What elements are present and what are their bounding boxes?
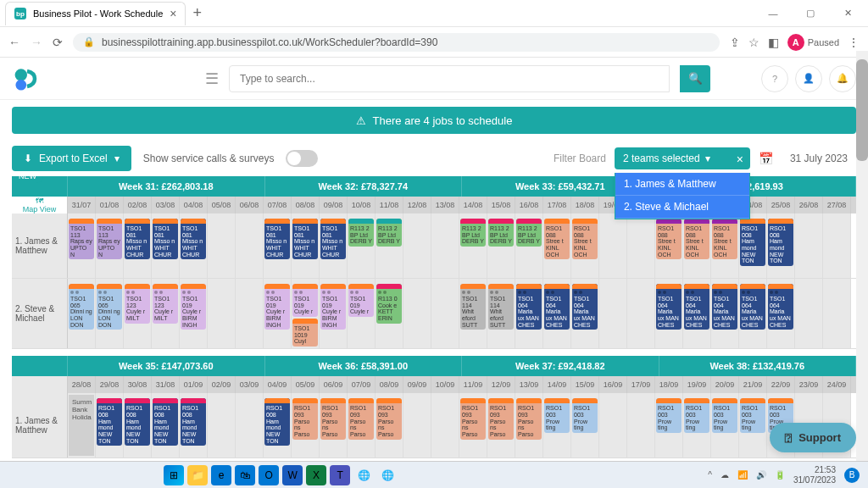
- job-card[interactable]: RSO1 088 Stree t KINL OCH: [656, 219, 682, 259]
- job-card[interactable]: RSO1 003 Prow ting: [544, 398, 570, 433]
- job-card[interactable]: TSO1 081 Misso n WHIT CHUR: [292, 219, 318, 259]
- vertical-scrollbar[interactable]: [856, 51, 868, 461]
- taskbar-teams[interactable]: T: [330, 465, 350, 485]
- job-card[interactable]: R113 2 BP Ltd DERB Y: [488, 219, 514, 247]
- tray-chevron-icon[interactable]: ^: [708, 470, 712, 480]
- close-tab-icon[interactable]: ×: [170, 7, 176, 20]
- profile-paused[interactable]: A Paused: [787, 34, 839, 51]
- job-card[interactable]: TSO1 019 Cuyle r BIRM INGH: [264, 284, 290, 330]
- share-icon[interactable]: ⇪: [730, 36, 740, 49]
- job-card[interactable]: RSO1 088 Stree t KINL OCH: [712, 219, 737, 259]
- job-card[interactable]: TSO1 065 Dinni ng LON DON: [97, 284, 122, 330]
- job-card[interactable]: TSO1 019 Cuyle r: [292, 284, 318, 317]
- job-card[interactable]: TSO1 123 Cuyle r MILT: [153, 284, 178, 324]
- job-card[interactable]: RSO1 008 Ham mond NEW TON: [125, 398, 150, 446]
- job-card[interactable]: TSO1 081 Misso n WHIT CHUR: [125, 219, 150, 259]
- job-card[interactable]: RSO1 008 Ham mond NEW TON: [740, 219, 765, 266]
- job-card[interactable]: TSO1 064 Maria ux MAN CHES: [768, 284, 793, 330]
- taskbar-explorer[interactable]: 📁: [187, 465, 208, 485]
- taskbar-store[interactable]: 🛍: [235, 465, 255, 485]
- job-card[interactable]: TSO1 081 Misso n WHIT CHUR: [264, 219, 290, 259]
- job-card[interactable]: RSO1 093 Parso ns Parso: [376, 398, 402, 439]
- app-logo[interactable]: [12, 64, 42, 94]
- new-tab-button[interactable]: +: [192, 4, 202, 22]
- forward-icon[interactable]: →: [31, 36, 42, 49]
- tray-battery-icon[interactable]: 🔋: [775, 470, 785, 480]
- job-card[interactable]: RSO1 093 Parso ns Parso: [348, 398, 374, 439]
- search-button[interactable]: 🔍: [680, 65, 710, 92]
- browser-tab[interactable]: bp Business Pilot - Work Schedule ×: [5, 2, 186, 25]
- team-filter-dropdown[interactable]: 2 teams selected ▾: [615, 147, 750, 169]
- close-window-icon[interactable]: ✕: [831, 2, 865, 25]
- help-icon[interactable]: ?: [761, 65, 788, 92]
- job-card[interactable]: TSO1 064 Maria ux MAN CHES: [740, 284, 765, 330]
- dropdown-item-team1[interactable]: 1. James & Matthew: [615, 173, 749, 196]
- job-card[interactable]: R113 2 BP Ltd DERB Y: [516, 219, 542, 247]
- job-card[interactable]: TSO1 064 Maria ux MAN CHES: [516, 284, 542, 330]
- job-card[interactable]: RSO1 088 Stree t KINL OCH: [684, 219, 709, 259]
- job-card[interactable]: TSO1 1019 Cuyl: [292, 319, 318, 347]
- scroll-thumb[interactable]: [856, 59, 868, 161]
- job-card[interactable]: RSO1 088 Stree t KINL OCH: [544, 219, 570, 259]
- job-card[interactable]: RSO1 003 Prow ting: [740, 398, 765, 433]
- job-card[interactable]: R113 2 BP Ltd DERB Y: [348, 219, 374, 247]
- job-card[interactable]: RSO1 088 Stree t KINL OCH: [572, 219, 598, 259]
- job-card[interactable]: TSO1 065 Dinni ng LON DON: [69, 284, 94, 330]
- service-calls-toggle[interactable]: [286, 150, 318, 167]
- taskbar-word[interactable]: W: [282, 465, 303, 485]
- hamburger-icon[interactable]: ☰: [205, 69, 219, 88]
- job-card[interactable]: RSO1 093 Parso ns Parso: [320, 398, 346, 439]
- taskbar-chrome[interactable]: 🌐: [353, 465, 374, 485]
- job-card[interactable]: TSO1 064 Maria ux MAN CHES: [656, 284, 682, 330]
- job-card[interactable]: RSO1 003 Prow ting: [684, 398, 709, 433]
- minimize-icon[interactable]: —: [756, 2, 790, 25]
- job-card[interactable]: TSO1 064 Maria ux MAN CHES: [572, 284, 598, 330]
- start-button[interactable]: ⊞: [164, 465, 184, 485]
- job-card[interactable]: RSO1 008 Ham mond NEW TON: [181, 398, 206, 446]
- tray-volume-icon[interactable]: 🔊: [756, 470, 766, 480]
- calendar-icon[interactable]: 📅: [759, 152, 773, 165]
- schedule-banner[interactable]: ⚠ There are 4 jobs to schedule: [12, 107, 856, 134]
- job-card[interactable]: TSO1 114 Whit eford SUTT: [488, 284, 514, 330]
- extensions-icon[interactable]: ◧: [768, 36, 779, 49]
- job-card[interactable]: RSO1 003 Prow ting: [572, 398, 598, 433]
- job-card[interactable]: RSO1 008 Ham mond NEW TON: [768, 219, 793, 266]
- dropdown-item-team2[interactable]: 2. Steve & Michael: [615, 196, 749, 219]
- job-card[interactable]: RSO1 093 Parso ns Parso: [460, 398, 486, 439]
- job-card[interactable]: TSO1 064 Maria ux MAN CHES: [544, 284, 570, 330]
- taskbar-chrome2[interactable]: 🌐: [377, 465, 398, 485]
- clear-filter-icon[interactable]: ×: [737, 152, 743, 166]
- taskbar-clock[interactable]: 21:53 31/07/2023: [793, 465, 836, 485]
- job-card[interactable]: RSO1 003 Prow ting: [656, 398, 682, 433]
- search-input[interactable]: [229, 65, 670, 92]
- taskbar-notification[interactable]: B: [844, 468, 860, 483]
- map-view-button[interactable]: 🗺 Map View: [12, 197, 68, 214]
- tray-cloud-icon[interactable]: ☁: [721, 470, 729, 480]
- taskbar-excel[interactable]: X: [306, 465, 326, 485]
- job-card[interactable]: RSO1 003 Prow ting: [712, 398, 737, 433]
- job-card[interactable]: TSO1 064 Maria ux MAN CHES: [684, 284, 709, 330]
- job-card[interactable]: R113 0 Cook e KETT ERIN: [376, 284, 402, 324]
- back-icon[interactable]: ←: [8, 36, 20, 49]
- job-card[interactable]: R113 2 BP Ltd DERB Y: [460, 219, 486, 247]
- maximize-icon[interactable]: ▢: [793, 2, 827, 25]
- support-button[interactable]: ⍰ Support: [770, 423, 856, 452]
- job-card[interactable]: RSO1 093 Parso ns Parso: [488, 398, 514, 439]
- user-icon[interactable]: 👤: [795, 65, 822, 92]
- job-card[interactable]: RSO1 093 Parso ns Parso: [516, 398, 542, 439]
- job-card[interactable]: TSO1 113 Raps ey UPTO N: [97, 219, 122, 259]
- menu-icon[interactable]: ⋮: [848, 36, 860, 49]
- bell-icon[interactable]: 🔔: [829, 65, 856, 92]
- job-card[interactable]: RSO1 008 Ham mond NEW TON: [264, 398, 290, 446]
- job-card[interactable]: RSO1 093 Parso ns Parso: [292, 398, 318, 439]
- job-card[interactable]: TSO1 113 Raps ey UPTO N: [69, 219, 94, 259]
- job-card[interactable]: TSO1 123 Cuyle r MILT: [125, 284, 150, 324]
- reload-icon[interactable]: ⟳: [53, 36, 63, 49]
- job-card[interactable]: RSO1 008 Ham mond NEW TON: [153, 398, 178, 446]
- job-card[interactable]: TSO1 114 Whit eford SUTT: [460, 284, 486, 330]
- job-card[interactable]: TSO1 019 Cuyle r: [348, 284, 374, 317]
- job-card[interactable]: TSO1 064 Maria ux MAN CHES: [712, 284, 737, 330]
- taskbar-outlook[interactable]: O: [259, 465, 279, 485]
- favorite-icon[interactable]: ☆: [748, 36, 760, 49]
- job-card[interactable]: RSO1 008 Ham mond NEW TON: [97, 398, 122, 446]
